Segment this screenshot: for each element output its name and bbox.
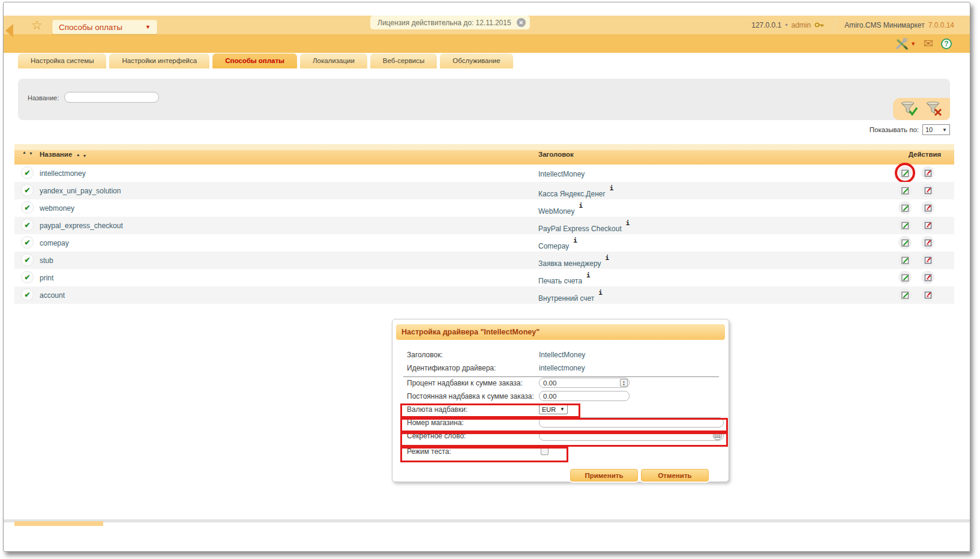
table-row: ✔intellectmoneyIntellectMoney (14, 165, 954, 182)
currency-select[interactable]: EUR ▼ (539, 404, 568, 414)
favorites-star-icon[interactable]: ☆ (31, 18, 43, 32)
row-title: Внутренний счетi (538, 292, 603, 303)
session-info: 127.0.0.1 • admin Amiro.CMS Минимаркет 7… (751, 16, 954, 34)
enabled-check-icon: ✔ (21, 271, 34, 283)
cancel-button[interactable]: Отменить (641, 469, 709, 482)
driver-settings-dialog: Настройка драйвера "IntellectMoney" Заго… (392, 319, 729, 482)
column-title: Заголовок (538, 151, 574, 158)
chevron-down-icon: ▼ (560, 406, 565, 412)
field-shop-number: Номер магазина: (407, 418, 720, 429)
info-icon[interactable]: i (598, 289, 603, 297)
section-menu-dropdown[interactable]: Способы оплаты ▼ (52, 20, 157, 34)
key-icon (814, 21, 825, 29)
tab-system[interactable]: Настройка системы (18, 53, 106, 68)
row-title: PayPal Express Checkouti (538, 222, 630, 233)
spinner-control[interactable]: ▲▼ (620, 379, 628, 387)
row-title: WebMoneyi (538, 205, 583, 216)
footer-divider (4, 519, 970, 522)
field-percent-markup-label: Процент надбавки к сумме заказа: (407, 379, 523, 387)
enabled-check-icon: ✔ (21, 253, 34, 266)
info-icon[interactable]: i (610, 184, 614, 192)
info-icon[interactable]: i (586, 271, 591, 279)
row-title: Comepayi (538, 240, 577, 250)
tab-webservices[interactable]: Веб-сервисы (370, 53, 437, 68)
field-title: Заголовок: IntellectMoney (407, 351, 720, 361)
divider (832, 18, 837, 32)
disable-icon[interactable] (921, 166, 934, 180)
per-page-select[interactable]: 10 ▼ (922, 124, 950, 135)
tab-interface[interactable]: Настройки интерфейса (109, 53, 209, 68)
edit-icon[interactable] (898, 236, 912, 249)
column-actions: Действия (892, 151, 958, 158)
mail-icon[interactable]: ✉ (924, 38, 933, 49)
toolbar-band (4, 34, 970, 53)
edit-icon[interactable] (898, 184, 912, 197)
info-icon[interactable]: i (626, 219, 630, 227)
row-name: stub (40, 256, 53, 265)
footer-progress-bar (14, 521, 103, 526)
filter-name-input[interactable] (64, 92, 159, 103)
apply-button[interactable]: Применить (570, 469, 638, 482)
info-icon[interactable]: i (606, 254, 610, 262)
edit-icon[interactable] (898, 271, 912, 284)
table-row: ✔yandex_uni_pay_solutionКасса Яндекс.Ден… (14, 182, 954, 199)
dialog-separator (403, 376, 719, 377)
field-fixed-markup-label: Постоянная надбавка к сумме заказа: (407, 392, 534, 400)
enabled-check-icon: ✔ (21, 288, 34, 301)
close-icon[interactable]: ✕ (517, 18, 526, 27)
filter-panel: Название: (18, 79, 950, 120)
info-icon[interactable]: i (573, 237, 577, 244)
per-page-control: Показывать по: 10 ▼ (870, 124, 950, 135)
tools-menu[interactable]: ▼ (895, 38, 916, 50)
disable-icon[interactable] (921, 201, 934, 214)
disable-icon[interactable] (921, 253, 934, 267)
row-name: account (40, 291, 65, 300)
table-row: ✔accountВнутренний счетi (14, 286, 954, 304)
tab-payment[interactable]: Способы оплаты (212, 53, 297, 68)
disable-icon[interactable] (921, 288, 934, 301)
disable-icon[interactable] (921, 219, 934, 232)
table-row: ✔paypal_express_checkoutPayPal Express C… (14, 217, 954, 234)
edit-icon[interactable] (898, 253, 912, 267)
row-name: comepay (40, 239, 69, 247)
username[interactable]: admin (791, 21, 811, 29)
field-markup-currency-label: Валюта надбавки: (407, 405, 467, 414)
table-body: ✔intellectmoneyIntellectMoney✔yandex_uni… (14, 165, 954, 304)
toolbar-icons: ▼ ✉ ? (895, 34, 952, 53)
secret-word-input[interactable] (539, 431, 724, 441)
disable-icon[interactable] (921, 184, 934, 197)
host-address: 127.0.0.1 (751, 21, 781, 29)
shop-number-input[interactable] (539, 417, 724, 428)
field-driver-id: Идентификатор драйвера: intellectmoney (407, 364, 720, 375)
field-test-mode: Режим теста: (407, 447, 720, 458)
test-mode-checkbox[interactable] (541, 447, 549, 455)
filter-clear-icon[interactable] (925, 101, 943, 117)
fixed-markup-input[interactable] (539, 391, 630, 401)
per-page-label: Показывать по: (870, 126, 919, 133)
table-row: ✔webmoneyWebMoneyi (14, 199, 954, 217)
enabled-check-icon: ✔ (21, 219, 34, 231)
help-icon[interactable]: ? (941, 38, 952, 49)
field-driver-id-label: Идентификатор драйвера: (407, 364, 496, 372)
tab-maintenance[interactable]: Обслуживание (440, 53, 513, 68)
percent-markup-input[interactable] (539, 378, 630, 388)
disable-icon[interactable] (921, 271, 934, 284)
table-row: ✔printПечать счетаi (14, 269, 954, 286)
edit-icon[interactable] (898, 288, 912, 301)
tab-localization[interactable]: Локализации (300, 53, 367, 68)
sort-name-control[interactable]: ▲ ▼ (76, 153, 88, 158)
table-row: ✔stubЗаявка менеджеруi (14, 252, 954, 269)
disable-icon[interactable] (921, 236, 934, 249)
per-page-value: 10 (925, 126, 933, 133)
edit-icon[interactable] (898, 201, 912, 214)
row-name: yandex_uni_pay_solution (40, 187, 121, 195)
license-text: Лицензия действительна до: 12.11.2015 (377, 19, 511, 27)
virtual-keyboard-icon[interactable] (713, 431, 722, 440)
sort-enabled-control[interactable]: ▲ ▼ (22, 151, 34, 155)
field-fixed-markup: Постоянная надбавка к сумме заказа: (407, 392, 720, 403)
info-icon[interactable]: i (579, 202, 583, 210)
edit-icon[interactable] (898, 219, 912, 232)
filter-apply-icon[interactable] (900, 101, 918, 117)
field-secret-word: Секретное слово: (407, 432, 720, 443)
edit-icon[interactable] (898, 166, 912, 180)
